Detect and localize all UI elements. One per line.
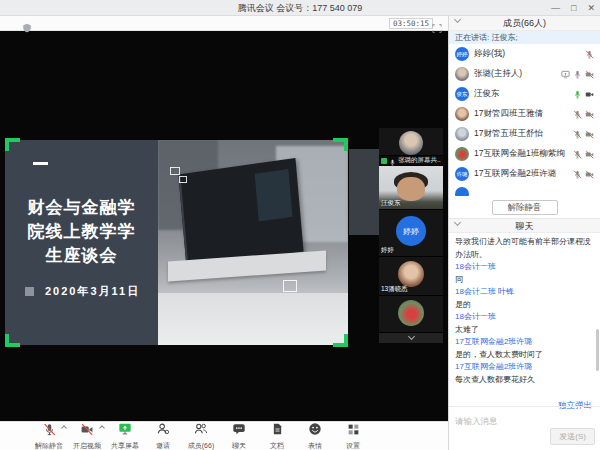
members-header[interactable]: 成员(66人) xyxy=(449,16,600,31)
camera-off-button[interactable]: 开启视频 xyxy=(68,422,106,450)
shared-desktop-fragment xyxy=(349,149,380,235)
sidebar: 成员(66人) 正在讲话: 汪俊东; 婷婷婷婷(我)张璐(主持人)俊东汪俊东17… xyxy=(448,16,600,450)
docs-icon xyxy=(271,422,284,440)
toolbar-label: 聊天 xyxy=(232,441,246,450)
avatar xyxy=(398,300,424,326)
member-name: 汪俊东 xyxy=(474,88,573,100)
video-tile[interactable]: 汪俊东 xyxy=(379,166,443,210)
members-button[interactable]: 成员(66) xyxy=(182,422,220,450)
share-source-text: 张璐的屏幕共... xyxy=(398,156,441,165)
member-row[interactable]: 张璐(主持人) xyxy=(449,64,600,84)
mic-gray-icon xyxy=(573,65,582,83)
avatar xyxy=(455,67,469,81)
mic-muted-icon xyxy=(43,422,56,440)
chat-message: 太难了 xyxy=(455,324,594,337)
chat-icon xyxy=(232,422,246,440)
member-row[interactable] xyxy=(449,184,600,196)
apps-button[interactable]: 设置 xyxy=(334,422,372,450)
chat-sender: 17互联网金融2班许璐 xyxy=(455,336,594,349)
chat-message: 是的，查人数太费时间了 xyxy=(455,349,594,362)
member-name: 17互联网金融2班许璐 xyxy=(474,168,573,180)
chat-header[interactable]: 聊天 xyxy=(449,218,600,233)
toolbar-label: 成员(66) xyxy=(188,441,214,450)
member-row[interactable]: 许璐17互联网金融2班许璐 xyxy=(449,164,600,184)
share-source-label: 张璐的屏幕共... xyxy=(379,156,443,166)
maximize-icon[interactable]: □ xyxy=(571,3,576,13)
cam-on-icon xyxy=(585,85,594,103)
avatar: 婷婷 xyxy=(396,216,426,246)
shield-icon[interactable] xyxy=(22,19,32,37)
laptop-screen xyxy=(178,158,303,268)
screen-share-button[interactable]: 共享屏幕 xyxy=(106,422,144,450)
fullscreen-icon[interactable] xyxy=(432,19,442,37)
participant-tile[interactable] xyxy=(379,296,443,333)
unmute-button[interactable]: 解除静音 xyxy=(492,200,558,215)
chat-scrollbar[interactable] xyxy=(596,329,599,371)
emoji-icon xyxy=(308,422,322,440)
avatar xyxy=(399,131,423,155)
date-bullet xyxy=(25,287,34,296)
chat-messages: 导致我们进入的可能有前半部分课程没办法听。18会计一班同18会计二班 叶锋是的1… xyxy=(449,233,600,394)
participant-tile[interactable] xyxy=(379,128,443,156)
chat-sender: 18会计二班 叶锋 xyxy=(455,286,594,299)
slide-text-panel: 财会与金融学 院线上教学学 生座谈会 2020年3月11日 xyxy=(5,140,158,345)
toolbar-label: 邀请 xyxy=(156,441,170,450)
slide-dash xyxy=(33,162,48,165)
avatar: 婷婷 xyxy=(455,47,469,61)
mic-muted-button[interactable]: 解除静音 xyxy=(30,422,68,450)
message-input[interactable]: 请输入消息 xyxy=(449,406,600,424)
slide-title-line: 财会与金融学 xyxy=(5,196,158,220)
member-row[interactable]: 17财管五班王舒怡 xyxy=(449,124,600,144)
member-row[interactable]: 17财管四班王雅倩 xyxy=(449,104,600,124)
mic-green-icon xyxy=(573,85,582,103)
minimize-icon[interactable]: — xyxy=(551,3,560,13)
slide-title-line: 院线上教学学 xyxy=(5,220,158,244)
chat-header-label: 聊天 xyxy=(516,221,534,231)
docs-button[interactable]: 文档 xyxy=(258,422,296,450)
slide-date: 2020年3月11日 xyxy=(45,284,140,299)
participant-tile[interactable]: 婷婷婷婷 xyxy=(379,210,443,257)
member-row[interactable]: 俊东汪俊东 xyxy=(449,84,600,104)
member-row[interactable]: 17互联网金融1班柳紫绚 xyxy=(449,144,600,164)
toolbar-label: 设置 xyxy=(346,441,360,450)
share-bracket-top-left xyxy=(5,138,20,151)
filmstrip-collapse-button[interactable] xyxy=(379,333,443,343)
collapse-chat-icon[interactable] xyxy=(454,219,461,226)
chevron-up-icon[interactable] xyxy=(99,425,105,431)
window-title: 腾讯会议 会议号：177 540 079 xyxy=(0,0,600,16)
participant-tile[interactable]: 13潘晓悉 xyxy=(379,257,443,296)
video-area: 财会与金融学 院线上教学学 生座谈会 2020年3月11日 张璐的屏幕共...汪… xyxy=(0,31,448,421)
member-list: 婷婷婷婷(我)张璐(主持人)俊东汪俊东17财管四班王雅倩17财管五班王舒怡17互… xyxy=(449,44,600,196)
toolbar-label: 解除静音 xyxy=(35,441,63,450)
invite-button[interactable]: 邀请 xyxy=(144,422,182,450)
avatar xyxy=(455,147,469,161)
annotation-square xyxy=(283,280,297,292)
emoji-button[interactable]: 表情 xyxy=(296,422,334,450)
member-name: 17互联网金融1班柳紫绚 xyxy=(474,148,573,160)
cam-off-icon xyxy=(585,105,594,123)
tile-name-label: 婷婷 xyxy=(381,246,394,255)
member-name: 17财管四班王雅倩 xyxy=(474,108,573,120)
chat-message: 同 xyxy=(455,274,594,287)
chat-button[interactable]: 聊天 xyxy=(220,422,258,450)
send-button[interactable]: 发送(S) xyxy=(550,428,595,445)
screen-share-icon xyxy=(118,422,132,440)
tile-name-label: 汪俊东 xyxy=(381,199,401,208)
collapse-members-icon[interactable] xyxy=(454,16,461,23)
chevron-down-icon xyxy=(407,333,414,340)
webcam-video xyxy=(397,177,425,201)
invite-icon xyxy=(156,422,170,440)
cam-off-icon xyxy=(585,125,594,143)
close-icon[interactable]: ✕ xyxy=(587,3,595,13)
members-header-label: 成员(66人) xyxy=(503,18,546,28)
share-bracket-bottom-left xyxy=(5,334,20,347)
member-row[interactable]: 婷婷婷婷(我) xyxy=(449,44,600,64)
annotation-square xyxy=(179,176,187,183)
mic-muted-icon xyxy=(573,145,582,163)
member-name: 张璐(主持人) xyxy=(474,68,561,80)
chat-sender: 18会计一班 xyxy=(455,261,594,274)
member-name: 17财管五班王舒怡 xyxy=(474,128,573,140)
chevron-up-icon[interactable] xyxy=(61,425,67,431)
avatar: 俊东 xyxy=(455,87,469,101)
share-bracket-bottom-right xyxy=(333,334,348,347)
